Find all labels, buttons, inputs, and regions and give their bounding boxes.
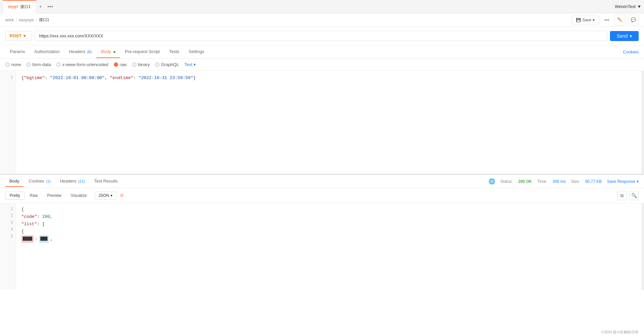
send-button[interactable]: Send ▾ [610, 31, 639, 41]
tab-tests[interactable]: Tests [165, 46, 184, 58]
json-format-selector[interactable]: JSON ▾ [95, 192, 116, 200]
body-none-option[interactable]: none [5, 62, 21, 67]
text-format-dropdown[interactable]: Text ▾ [184, 62, 196, 67]
method-value: POST [10, 33, 21, 38]
wrap-lines-button[interactable]: ≡ [120, 193, 123, 199]
raw-label: raw [120, 62, 127, 67]
resp-line-numbers: 12345 [0, 203, 16, 290]
tab-body[interactable]: Body [96, 46, 120, 58]
raw-radio[interactable] [114, 62, 118, 67]
binary-radio[interactable] [132, 62, 136, 67]
resp-headers-badge: (11) [78, 179, 85, 183]
editor-scrollbar[interactable] [641, 71, 644, 174]
save-button[interactable]: 💾 Save ▾ [572, 16, 599, 24]
body-options: none form-data x-www-form-urlencoded raw… [0, 59, 644, 71]
copy-response-button[interactable]: ⧉ [617, 191, 627, 200]
status-label: Status: [501, 179, 513, 184]
url-input[interactable] [35, 31, 607, 41]
size-value: 60.77 KB [585, 179, 602, 184]
workspace-selector[interactable]: WeixinTest ▼ [615, 4, 642, 9]
response-tabs-bar: Body Cookies (1) Headers (11) Test Resul… [0, 175, 644, 188]
time-label: Time: [537, 179, 547, 184]
save-response-button[interactable]: Save Response ▾ [607, 179, 639, 184]
resp-tab-cookies[interactable]: Cookies (1) [25, 176, 55, 187]
breadcrumb-bar: work / easyops / 接口1 💾 Save ▾ ••• ✏️ 💬 [0, 13, 644, 27]
tab-method: POST [8, 5, 18, 9]
comment-button[interactable]: 💬 [628, 15, 639, 25]
breadcrumb-sep-1: / [16, 18, 17, 22]
format-raw-button[interactable]: Raw [26, 192, 42, 199]
add-tab-button[interactable]: + [36, 2, 45, 11]
tab-more-button[interactable]: ••• [45, 2, 56, 11]
breadcrumb-actions: 💾 Save ▾ ••• ✏️ 💬 [572, 15, 639, 25]
request-body-editor: 1 {"bgtime": "2022-10-01 00:00:00", "end… [0, 71, 644, 174]
line-numbers: 1 [0, 71, 16, 174]
resp-line-5: ████: ███, [21, 235, 639, 243]
edit-icon: ✏️ [617, 17, 623, 22]
resp-code[interactable]: { "code": 200, "list": [ { ████: ███, [16, 203, 644, 290]
json-format-label: JSON [98, 193, 109, 198]
status-value: 200 OK [518, 179, 532, 184]
response-actions: ⧉ 🔍 [617, 191, 639, 200]
text-format-label: Text [184, 62, 192, 67]
search-response-button[interactable]: 🔍 [629, 191, 639, 200]
request-tabs: Params Authorization Headers (8) Body Pr… [0, 45, 644, 59]
save-chevron-icon: ▾ [593, 18, 595, 22]
binary-label: binary [138, 62, 150, 67]
request-body-content[interactable]: {"bgtime": "2022-10-01 00:00:00", "endti… [16, 71, 644, 174]
tab-settings[interactable]: Settings [184, 46, 209, 58]
edit-button[interactable]: ✏️ [615, 15, 625, 25]
format-pretty-button[interactable]: Pretty [5, 192, 24, 200]
graphql-label: GraphQL [161, 62, 179, 67]
json-format-chevron-icon: ▾ [110, 193, 112, 198]
resp-line-4: { [21, 228, 639, 235]
form-data-radio[interactable] [26, 62, 31, 67]
none-radio[interactable] [5, 62, 10, 67]
method-chevron-icon: ▾ [23, 33, 26, 38]
response-format-bar: Pretty Raw Preview Visualize JSON ▾ ≡ ⧉ … [0, 188, 644, 203]
resp-line-3: "list": [ [21, 221, 639, 228]
tab-headers[interactable]: Headers (8) [64, 46, 96, 58]
workspace-chevron-icon: ▼ [637, 4, 641, 9]
resp-tab-test-results[interactable]: Test Results [90, 176, 122, 187]
tab-bar: POST 接口1 + ••• WeixinTest ▼ [0, 0, 644, 13]
breadcrumb-sep-2: / [36, 18, 37, 22]
breadcrumb-current: 接口1 [39, 17, 49, 23]
format-visualize-button[interactable]: Visualize [67, 192, 91, 199]
body-graphql-option[interactable]: GraphQL [155, 62, 179, 67]
cookies-link[interactable]: Cookies [623, 49, 639, 54]
body-form-data-option[interactable]: form-data [26, 62, 51, 67]
send-label: Send [617, 33, 628, 39]
size-label: Size: [571, 179, 580, 184]
text-format-chevron-icon: ▾ [194, 62, 196, 67]
response-scrollbar[interactable] [641, 203, 644, 290]
body-urlencoded-option[interactable]: x-www-form-urlencoded [56, 62, 108, 67]
graphql-radio[interactable] [155, 62, 159, 67]
save-label: Save [582, 18, 591, 22]
resp-tab-body[interactable]: Body [5, 176, 23, 187]
urlencoded-label: x-www-form-urlencoded [62, 62, 108, 67]
method-selector[interactable]: POST ▾ [5, 31, 32, 41]
tab-params[interactable]: Params [5, 46, 30, 58]
more-options-button[interactable]: ••• [602, 16, 612, 24]
format-preview-button[interactable]: Preview [43, 192, 65, 199]
body-raw-option[interactable]: raw [114, 62, 127, 67]
tab-name: 接口1 [20, 4, 31, 10]
urlencoded-radio[interactable] [56, 62, 61, 67]
form-data-label: form-data [32, 62, 51, 67]
workspace-name: WeixinTest [615, 4, 636, 9]
active-tab[interactable]: POST 接口1 [3, 0, 36, 13]
tab-pre-request[interactable]: Pre-request Script [120, 46, 165, 58]
breadcrumb-work[interactable]: work [5, 18, 14, 22]
globe-icon: 🌐 [489, 178, 495, 185]
tab-authorization[interactable]: Authorization [30, 46, 64, 58]
none-label: none [11, 62, 21, 67]
save-icon: 💾 [576, 18, 581, 22]
footer: CSDN @小红帽的日常 [596, 328, 644, 336]
send-arrow-icon: ▾ [630, 33, 632, 39]
response-section: Body Cookies (1) Headers (11) Test Resul… [0, 174, 644, 290]
cookies-count-badge: (1) [46, 179, 50, 183]
breadcrumb-easyops[interactable]: easyops [19, 18, 34, 22]
resp-tab-headers[interactable]: Headers (11) [56, 176, 89, 187]
body-binary-option[interactable]: binary [132, 62, 150, 67]
